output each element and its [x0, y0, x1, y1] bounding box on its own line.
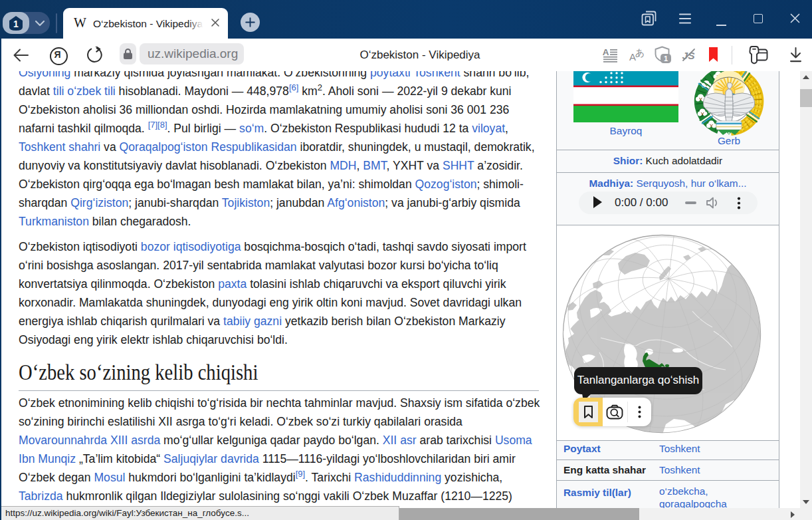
svg-text:1: 1 [13, 19, 19, 29]
svg-text:1: 1 [664, 55, 668, 63]
svg-text:あ: あ [635, 47, 645, 58]
svg-text:A: A [603, 47, 609, 57]
